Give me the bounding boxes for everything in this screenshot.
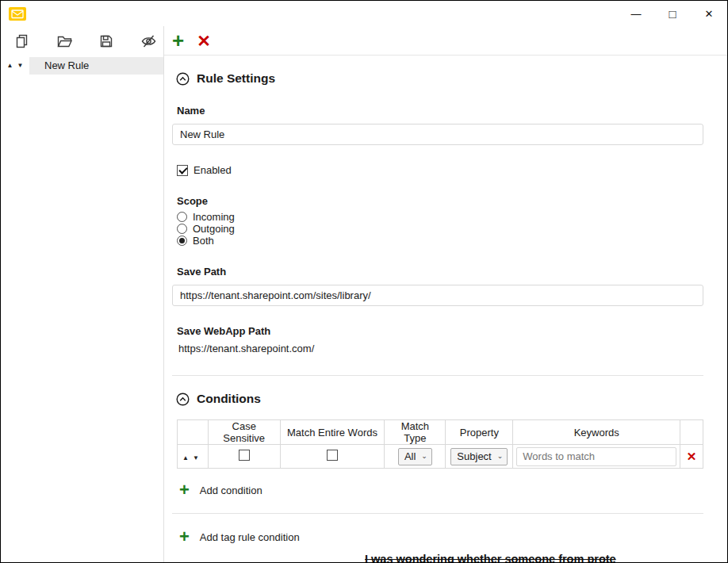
save-path-input[interactable] xyxy=(172,285,703,306)
webapp-path-value: https://tenant.sharepoint.com/ xyxy=(178,343,703,354)
chevron-down-icon: ⌄ xyxy=(497,453,504,460)
minimize-button[interactable]: — xyxy=(618,1,654,26)
outgoing-label: Outgoing xyxy=(193,223,235,235)
scope-label: Scope xyxy=(177,195,703,207)
conditions-header: Conditions xyxy=(176,392,703,406)
conditions-header-row: Case Sensitive Match Entire Words Match … xyxy=(178,420,703,445)
scope-option-both[interactable]: Both xyxy=(177,235,703,247)
property-select[interactable]: Subject ⌄ xyxy=(450,448,508,465)
rule-editor-content: Rule Settings Name Enabled Scope Incomin… xyxy=(164,56,727,562)
plus-icon: + xyxy=(179,530,190,544)
section-divider xyxy=(172,375,703,376)
webapp-path-label: Save WebApp Path xyxy=(177,325,703,337)
enabled-row: Enabled xyxy=(177,164,703,176)
rule-settings-title: Rule Settings xyxy=(197,71,275,86)
column-header-keywords: Keywords xyxy=(513,420,680,445)
rule-settings-header: Rule Settings xyxy=(176,71,703,86)
add-tag-rule-condition-link[interactable]: + Add tag rule condition xyxy=(179,530,703,544)
column-header-property: Property xyxy=(446,420,513,445)
conditions-table: Case Sensitive Match Entire Words Match … xyxy=(177,419,703,469)
chevron-down-icon: ⌄ xyxy=(421,453,427,460)
duplicate-button[interactable] xyxy=(12,31,33,52)
name-input[interactable] xyxy=(172,124,703,145)
move-condition-up-button[interactable]: ▲ xyxy=(182,454,193,462)
eye-slash-icon xyxy=(140,33,157,49)
add-condition-label: Add condition xyxy=(200,484,262,496)
match-type-value: All xyxy=(404,450,416,462)
collapse-conditions-button[interactable] xyxy=(176,393,190,406)
save-icon xyxy=(98,33,114,49)
rules-sidebar: ▲ ▼ New Rule xyxy=(1,26,164,562)
conditions-title: Conditions xyxy=(197,392,261,406)
close-button[interactable]: ✕ xyxy=(691,1,727,26)
delete-rule-button[interactable]: ✕ xyxy=(197,33,211,49)
match-entire-words-checkbox[interactable] xyxy=(327,450,338,461)
toggle-preview-button[interactable] xyxy=(138,31,159,52)
save-button[interactable] xyxy=(96,31,117,52)
clipped-message-text: I was wondering whether someone from pro… xyxy=(365,553,616,563)
enabled-label: Enabled xyxy=(193,164,232,176)
both-label: Both xyxy=(193,235,214,247)
copy-icon xyxy=(14,33,30,49)
rule-editor-panel: + ✕ Rule Settings xyxy=(164,26,727,562)
titlebar: — □ ✕ xyxy=(1,1,727,26)
app-window: — □ ✕ xyxy=(0,0,728,563)
match-type-select[interactable]: All ⌄ xyxy=(398,448,432,465)
column-header-match-entire-words: Match Entire Words xyxy=(280,420,385,445)
move-rule-down-button[interactable]: ▼ xyxy=(17,62,24,69)
plus-icon: + xyxy=(179,483,190,497)
open-button[interactable] xyxy=(54,31,75,52)
name-label: Name xyxy=(177,105,703,117)
collapse-rule-settings-button[interactable] xyxy=(176,72,190,86)
sidebar-toolbar xyxy=(1,26,163,56)
keywords-input[interactable] xyxy=(516,447,676,466)
rule-order-controls: ▲ ▼ xyxy=(1,56,29,562)
column-header-actions xyxy=(680,420,703,445)
main-area: ▲ ▼ New Rule + ✕ xyxy=(1,26,727,562)
add-rule-button[interactable]: + xyxy=(172,32,184,49)
delete-condition-button[interactable]: ✕ xyxy=(687,450,697,463)
conditions-divider xyxy=(172,513,703,514)
column-header-match-type: Match Type xyxy=(385,420,446,445)
condition-order-controls: ▲▼ xyxy=(182,454,203,462)
add-condition-link[interactable]: + Add condition xyxy=(179,483,703,497)
enabled-checkbox[interactable] xyxy=(177,165,188,176)
plus-icon: + xyxy=(179,561,190,562)
column-header-blank xyxy=(178,420,209,445)
scope-radio-group: Incoming Outgoing Both xyxy=(177,211,703,247)
rule-action-bar: + ✕ xyxy=(164,26,727,56)
outgoing-radio[interactable] xyxy=(177,224,187,234)
scope-option-incoming[interactable]: Incoming xyxy=(177,211,703,223)
move-condition-down-button[interactable]: ▼ xyxy=(193,454,203,462)
open-folder-icon xyxy=(56,33,73,49)
chevron-up-circle-icon xyxy=(176,393,190,406)
case-sensitive-checkbox[interactable] xyxy=(239,450,250,461)
rule-list-item[interactable]: New Rule xyxy=(29,57,163,75)
both-radio[interactable] xyxy=(177,236,187,246)
column-header-case-sensitive: Case Sensitive xyxy=(208,420,280,445)
condition-row: ▲▼ All ⌄ Subject xyxy=(178,445,703,469)
save-path-label: Save Path xyxy=(177,266,703,278)
incoming-label: Incoming xyxy=(193,211,235,223)
maximize-button[interactable]: □ xyxy=(654,1,691,26)
incoming-radio[interactable] xyxy=(177,212,187,222)
rules-list: New Rule xyxy=(29,56,163,562)
app-mail-icon xyxy=(9,7,26,21)
rules-list-area: ▲ ▼ New Rule xyxy=(1,56,163,562)
window-controls: — □ ✕ xyxy=(618,1,727,26)
chevron-up-circle-icon xyxy=(176,72,190,86)
add-tag-rule-condition-label: Add tag rule condition xyxy=(200,531,300,543)
scope-option-outgoing[interactable]: Outgoing xyxy=(177,223,703,235)
move-rule-up-button[interactable]: ▲ xyxy=(7,62,13,69)
property-value: Subject xyxy=(457,450,491,462)
